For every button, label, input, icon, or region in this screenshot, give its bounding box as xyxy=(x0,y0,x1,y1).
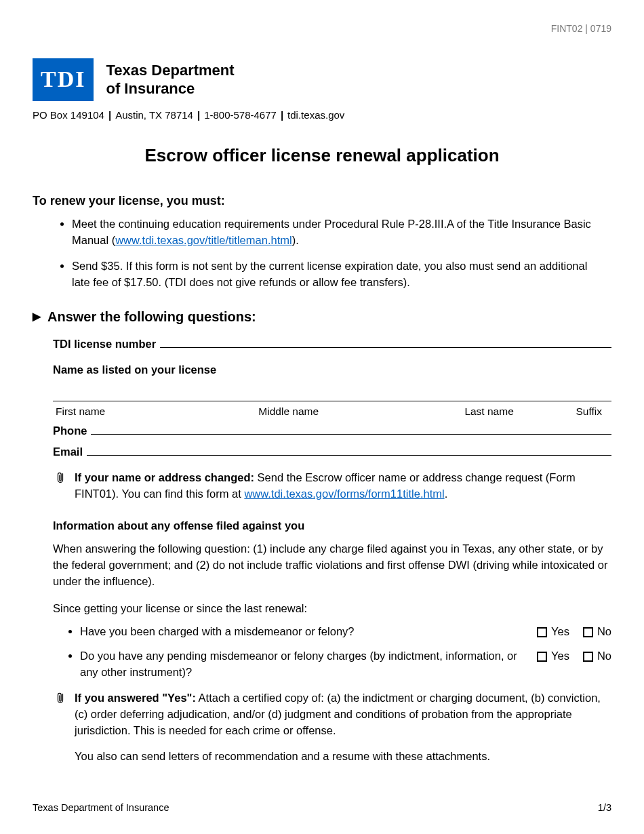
phone-field: Phone xyxy=(53,423,611,439)
form-id: FINT02 | 0719 xyxy=(551,22,611,35)
col-suffix: Suffix xyxy=(576,404,609,419)
offense-para1: When answering the following question: (… xyxy=(53,541,611,590)
col-middle: Middle name xyxy=(202,404,376,419)
license-number-label: TDI license number xyxy=(53,336,156,353)
email-label: Email xyxy=(53,444,83,460)
dept-line1: Texas Department xyxy=(106,62,234,79)
tdi-logo: TDI xyxy=(33,58,94,101)
checkbox-icon[interactable] xyxy=(537,627,547,637)
triangle-icon: ▶ xyxy=(33,309,41,324)
checkbox-icon[interactable] xyxy=(537,652,547,662)
col-last: Last name xyxy=(403,404,576,419)
offense-subhead: Information about any offense filed agai… xyxy=(53,518,611,534)
dept-name: Texas Department of Insurance xyxy=(106,62,234,98)
renew-lead: To renew your license, you must: xyxy=(33,192,611,210)
offense-q2: Do you have any pending misdemeanor or f… xyxy=(80,648,525,681)
name-input[interactable] xyxy=(53,386,611,401)
offense-para2: Since getting your license or since the … xyxy=(53,601,611,617)
checkbox-icon[interactable] xyxy=(583,652,593,662)
license-number-input[interactable] xyxy=(160,336,611,348)
yes-label: Yes xyxy=(551,624,569,640)
contact-po: PO Box 149104 xyxy=(33,109,104,121)
document-header: TDI Texas Department of Insurance xyxy=(33,58,611,101)
paperclip-icon xyxy=(56,470,65,502)
titleman-link[interactable]: www.tdi.texas.gov/title/titleman.html xyxy=(115,234,291,246)
form11-link[interactable]: www.tdi.texas.gov/forms/form11title.html xyxy=(244,488,444,500)
page-title: Escrow officer license renewal applicati… xyxy=(33,143,611,169)
renew-bullets: Meet the continuing education requiremen… xyxy=(33,216,611,291)
change-note-lead: If your name or address changed: xyxy=(75,471,254,483)
footer-page: 1/3 xyxy=(598,801,611,815)
renew-bullet-1: Meet the continuing education requiremen… xyxy=(72,216,611,249)
page-footer: Texas Department of Insurance 1/3 xyxy=(33,801,611,815)
renew-b1-post: ). xyxy=(292,234,299,246)
dept-line2: of Insurance xyxy=(106,80,195,97)
questions-heading-text: Answer the following questions: xyxy=(47,307,256,327)
contact-city: Austin, TX 78714 xyxy=(115,109,193,121)
name-columns: First name Middle name Last name Suffix xyxy=(53,404,611,419)
q2-no[interactable]: No xyxy=(583,648,611,664)
phone-input[interactable] xyxy=(91,423,611,435)
paperclip-icon xyxy=(56,690,65,765)
change-note: If your name or address changed: Send th… xyxy=(72,470,611,502)
contact-site: tdi.texas.gov xyxy=(287,109,344,121)
offense-q1: Have you been charged with a misdemeanor… xyxy=(80,624,525,640)
name-label: Name as listed on your license xyxy=(53,362,611,378)
q1-yes[interactable]: Yes xyxy=(537,624,569,640)
contact-line: PO Box 149104|Austin, TX 78714|1-800-578… xyxy=(33,108,611,123)
q2-yes[interactable]: Yes xyxy=(537,648,569,664)
yes-note-follow: You also can send letters of recommendat… xyxy=(75,749,611,765)
offense-q1-row: Have you been charged with a misdemeanor… xyxy=(80,624,611,640)
email-input[interactable] xyxy=(87,443,611,455)
renew-bullet-2: Send $35. If this form is not sent by th… xyxy=(72,258,611,291)
q1-no[interactable]: No xyxy=(583,624,611,640)
yes-label: Yes xyxy=(551,648,569,664)
contact-phone: 1-800-578-4677 xyxy=(204,109,277,121)
footer-org: Texas Department of Insurance xyxy=(33,801,169,815)
yes-note-lead: If you answered "Yes": xyxy=(75,692,196,704)
email-field: Email xyxy=(53,443,611,460)
no-label: No xyxy=(597,648,611,664)
change-note-post: . xyxy=(445,488,448,500)
license-number-field: TDI license number xyxy=(53,336,611,353)
yes-note: If you answered "Yes": Attach a certifie… xyxy=(75,690,611,739)
checkbox-icon[interactable] xyxy=(583,627,593,637)
no-label: No xyxy=(597,624,611,640)
phone-label: Phone xyxy=(53,423,87,439)
questions-heading: ▶ Answer the following questions: xyxy=(33,307,611,327)
offense-q2-row: Do you have any pending misdemeanor or f… xyxy=(80,648,611,681)
